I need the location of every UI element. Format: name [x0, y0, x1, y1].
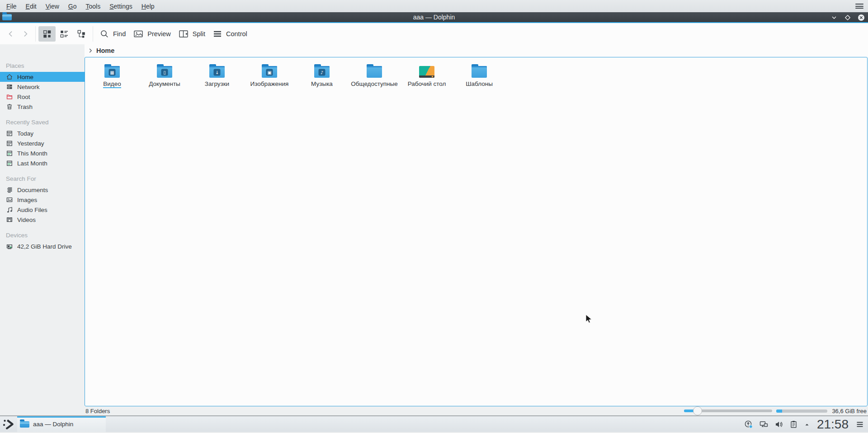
menu-view[interactable]: View [41, 1, 64, 12]
folder-label: Шаблоны [466, 80, 493, 87]
view-mode-compact-button[interactable] [56, 26, 73, 42]
music-emblem-icon: ♪ [319, 69, 326, 76]
folder-item-music[interactable]: ♪Музыка [296, 62, 348, 88]
documents-icon [6, 186, 13, 193]
sidebar-section-places: Places [0, 61, 85, 72]
sidebar-item-network[interactable]: Network [0, 82, 85, 92]
free-space-label: 36,6 GiB free [832, 408, 867, 414]
folder-item-public[interactable]: Общедоступные [348, 62, 401, 88]
places-panel: PlacesHomeNetworkRootTrashRecently Saved… [0, 57, 85, 415]
sidebar-item-label: Last Month [17, 160, 47, 167]
window-titlebar[interactable]: aaa — Dolphin [0, 12, 868, 23]
trash-icon [6, 103, 13, 110]
back-button[interactable] [4, 28, 18, 40]
sidebar-item-label: Today [17, 130, 33, 137]
sidebar-top-spacer [0, 44, 85, 57]
hamburger-icon [212, 29, 222, 39]
global-menu-hamburger-icon[interactable] [854, 2, 864, 10]
folder-item-video[interactable]: ▦Видео [86, 62, 138, 88]
clipboard-icon[interactable] [789, 420, 798, 429]
minimize-button[interactable] [830, 14, 838, 22]
folder-view[interactable]: ▦Видео▯Документы↓Загрузки▣Изображения♪Му… [85, 57, 868, 406]
forward-button[interactable] [18, 28, 33, 40]
sidebar-item-label: Yesterday [17, 140, 44, 147]
sidebar-item-today[interactable]: Today [0, 128, 85, 138]
control-button[interactable]: Control [209, 26, 251, 42]
search-icon [99, 29, 109, 39]
folder-label: Документы [149, 80, 180, 87]
sidebar-item-home[interactable]: Home [0, 72, 85, 82]
download-emblem-icon: ↓ [214, 69, 221, 76]
folder-label: Общедоступные [351, 80, 398, 87]
folder-item-images[interactable]: ▣Изображения [243, 62, 296, 88]
breadcrumb[interactable]: Home [85, 44, 868, 57]
breadcrumb-home[interactable]: Home [96, 47, 114, 54]
folder-count: 8 Folders [85, 408, 110, 414]
tray-expander-icon[interactable] [804, 421, 810, 428]
view-mode-details-button[interactable] [73, 26, 90, 42]
view-mode-icons-button[interactable] [38, 26, 56, 42]
folder-icon: ▣ [262, 66, 277, 78]
status-bar: 8 Folders 36,6 GiB free [85, 406, 868, 415]
calendar-green-icon [6, 150, 13, 157]
sidebar-item-label: Home [17, 74, 33, 80]
menu-help[interactable]: Help [137, 1, 159, 12]
sidebar-item-images[interactable]: Images [0, 195, 85, 205]
sidebar-item-videos[interactable]: Videos [0, 215, 85, 225]
sidebar-item-documents[interactable]: Documents [0, 185, 85, 195]
folder-icon: ▯ [157, 66, 172, 78]
volume-icon[interactable] [774, 420, 783, 429]
drive-icon [6, 243, 13, 250]
software-updates-icon[interactable] [744, 420, 753, 429]
zoom-slider[interactable] [684, 406, 772, 415]
details-view-icon [76, 29, 86, 39]
sidebar-item-hard-drive[interactable]: 42,2 GiB Hard Drive [0, 241, 85, 251]
zoom-slider-handle[interactable] [693, 406, 702, 415]
menu-go[interactable]: Go [64, 1, 81, 12]
preview-icon [133, 29, 144, 39]
sidebar-item-trash[interactable]: Trash [0, 102, 85, 112]
home-icon [6, 73, 13, 80]
breadcrumb-chevron-icon [87, 47, 94, 54]
find-button[interactable]: Find [96, 26, 129, 42]
sidebar-item-root[interactable]: Root [0, 92, 85, 102]
sidebar-section-recently-saved: Recently Saved [0, 117, 85, 128]
folder-label: Изображения [250, 80, 289, 87]
close-button[interactable] [857, 14, 865, 22]
disk-capacity-used [776, 409, 782, 413]
sidebar-item-this-month[interactable]: This Month [0, 148, 85, 158]
sidebar-section-search-for: Search For [0, 174, 85, 185]
maximize-button[interactable] [844, 14, 852, 22]
menu-tools[interactable]: Tools [81, 1, 105, 12]
folder-item-templates[interactable]: Шаблоны [453, 62, 505, 88]
chevron-left-icon [6, 29, 15, 38]
task-label: aaa — Dolphin [33, 421, 73, 428]
find-label: Find [113, 30, 126, 38]
folder-item-desktop[interactable]: Рабочий стол [401, 62, 453, 88]
folder-label: Загрузки [205, 80, 229, 87]
sidebar-item-last-month[interactable]: Last Month [0, 158, 85, 168]
icons-view-icon [42, 29, 52, 39]
audio-icon [6, 206, 13, 213]
folder-item-downloads[interactable]: ↓Загрузки [191, 62, 243, 88]
menu-file[interactable]: File [2, 1, 21, 12]
calendar-icon [6, 140, 13, 147]
network-tray-icon[interactable] [759, 420, 769, 429]
split-button[interactable]: Split [175, 26, 209, 42]
split-label: Split [193, 30, 205, 38]
menu-edit[interactable]: Edit [21, 1, 41, 12]
sidebar-item-label: Network [17, 84, 40, 90]
panel-menu-icon[interactable] [855, 420, 864, 429]
document-emblem-icon: ▯ [161, 69, 168, 76]
sidebar-item-yesterday[interactable]: Yesterday [0, 138, 85, 148]
folder-icon: ▦ [104, 66, 120, 78]
menu-settings[interactable]: Settings [105, 1, 137, 12]
taskbar-task-dolphin[interactable]: aaa — Dolphin [17, 416, 106, 432]
folder-item-documents[interactable]: ▯Документы [138, 62, 191, 88]
preview-button[interactable]: Preview [129, 26, 175, 42]
root-icon [6, 93, 13, 100]
sidebar-item-audio-files[interactable]: Audio Files [0, 205, 85, 215]
desktop-icon [419, 66, 434, 78]
clock[interactable]: 21:58 [817, 416, 849, 432]
app-launcher-button[interactable] [0, 416, 17, 432]
